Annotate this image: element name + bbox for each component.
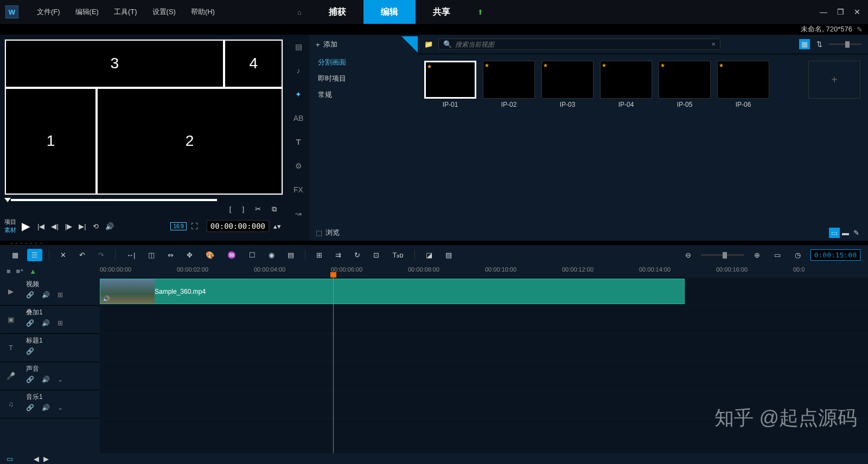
tracks-menu-icon[interactable]: ≡ <box>7 267 11 275</box>
menu-file[interactable]: 文件(F) <box>29 7 68 17</box>
thumb-ip-06[interactable]: ★ IP-06 <box>717 61 769 108</box>
thumb-ip-02[interactable]: ★ IP-02 <box>483 61 535 108</box>
video-clip[interactable]: 🔊 Sample_360.mp4 <box>100 279 685 304</box>
menu-tools[interactable]: 工具(T) <box>106 7 145 17</box>
sidetab-path-icon[interactable]: ↝ <box>291 206 306 221</box>
folder-icon[interactable]: 📁 <box>424 40 433 48</box>
tab-share[interactable]: 共享 <box>416 0 468 24</box>
grid-toggle-icon[interactable]: ⊞ <box>58 319 63 327</box>
timeline-view-icon[interactable]: ☰ <box>27 249 42 261</box>
sidetab-gear-icon[interactable]: ⚙ <box>291 158 306 173</box>
speaker-icon[interactable]: 🔊 <box>42 404 50 411</box>
thumb-ip-03[interactable]: ★ IP-03 <box>541 61 593 108</box>
play-button[interactable]: ▶ <box>18 220 33 233</box>
panel-resizer[interactable]: • • • • • • • <box>0 241 868 245</box>
footer-edit-icon[interactable]: ✎ <box>851 228 861 238</box>
thumb-zoom-slider[interactable] <box>829 43 861 45</box>
link-icon[interactable]: 🔗 <box>26 319 34 327</box>
go-start-icon[interactable]: |◀ <box>35 221 47 231</box>
audio-wave-icon[interactable]: ♒ <box>223 249 240 261</box>
capture-icon[interactable]: ☐ <box>245 249 260 261</box>
clear-search-icon[interactable]: × <box>711 40 716 48</box>
crop-icon[interactable]: ◫ <box>144 249 159 261</box>
settings-icon[interactable]: ✕ <box>56 249 71 261</box>
maximize-button[interactable]: ❐ <box>835 8 846 16</box>
footer-collapse-icon[interactable]: ▭ <box>7 455 13 463</box>
chevron-down-icon[interactable]: ⌄ <box>58 404 63 411</box>
track-music[interactable]: ♫ 音乐1 🔗🔊⌄ <box>0 390 100 418</box>
menu-help[interactable]: 帮助(H) <box>183 7 222 17</box>
preview-mode-material[interactable]: 素材 <box>4 226 16 234</box>
category-instant-project[interactable]: 即时项目 <box>309 70 418 87</box>
effect-b-icon[interactable]: ▨ <box>441 249 456 261</box>
color-picker-icon[interactable]: 🎨 <box>201 249 219 261</box>
thumb-ip-04[interactable]: ★ IP-04 <box>600 61 652 108</box>
mark-out-icon[interactable]: ] <box>240 204 246 215</box>
loop-icon[interactable]: ⟲ <box>91 221 101 231</box>
rotate-icon[interactable]: ↻ <box>350 249 365 261</box>
sidetab-fx-icon[interactable]: FX <box>291 182 306 197</box>
search-input[interactable] <box>455 41 711 48</box>
scroll-right-icon[interactable]: ▶ <box>43 455 49 463</box>
move-icon[interactable]: ✥ <box>182 249 197 261</box>
snapshot-icon[interactable]: ⧉ <box>270 204 279 215</box>
sidetab-text-ab-icon[interactable]: AB <box>291 111 306 126</box>
redo-icon[interactable]: ↷ <box>94 249 108 261</box>
minimize-button[interactable]: — <box>818 8 829 16</box>
view-grid-icon[interactable]: ▦ <box>799 39 810 49</box>
volume-icon[interactable]: 🔊 <box>103 221 116 231</box>
tab-edit[interactable]: 编辑 <box>363 0 416 24</box>
title-icon[interactable]: ▤ <box>283 249 298 261</box>
text-3d-icon[interactable]: T₃ᴅ <box>388 249 408 261</box>
home-button[interactable]: ⌂ <box>288 0 311 24</box>
timeline-timecode[interactable]: 0:00:15:00 <box>810 249 860 261</box>
link-icon[interactable]: 🔗 <box>26 376 34 383</box>
preview-screen[interactable]: 3 4 1 2 <box>4 39 283 195</box>
add-thumb-button[interactable]: + <box>808 61 860 99</box>
tracks-add-icon[interactable]: ≡⁺ <box>16 267 24 275</box>
grid-icon[interactable]: ⊞ <box>312 249 327 261</box>
sidetab-media-icon[interactable]: ▤ <box>291 39 306 54</box>
playhead[interactable] <box>333 278 334 453</box>
speaker-icon[interactable]: 🔊 <box>42 319 50 327</box>
track-title[interactable]: T 标题1 🔗 <box>0 334 100 362</box>
target-icon[interactable]: ⊡ <box>369 249 384 261</box>
link-icon[interactable]: 🔗 <box>26 347 34 355</box>
sidetab-title-t-icon[interactable]: T <box>291 134 306 150</box>
menu-settings[interactable]: 设置(S) <box>145 7 183 17</box>
clock-icon[interactable]: ◷ <box>790 249 805 261</box>
track-video[interactable]: ▶ 视频 🔗🔊⊞ <box>0 278 100 306</box>
add-button[interactable]: + 添加 <box>309 40 344 49</box>
pin-corner-icon[interactable] <box>401 36 418 53</box>
sidetab-templates-icon[interactable]: ✦ <box>291 87 306 102</box>
undo-icon[interactable]: ↶ <box>75 249 90 261</box>
close-button[interactable]: ✕ <box>852 8 863 16</box>
motion-icon[interactable]: ⇉ <box>331 249 346 261</box>
trim-icon[interactable]: ↔| <box>122 249 139 261</box>
browse-button[interactable]: ⬚ 浏览 <box>316 228 340 237</box>
sidetab-audio-icon[interactable]: ♪ <box>291 63 306 78</box>
zoom-in-icon[interactable]: ⊕ <box>750 249 764 261</box>
prev-frame-icon[interactable]: ◀| <box>49 221 60 231</box>
category-split-screen[interactable]: 分割画面 <box>309 54 418 70</box>
track-area[interactable]: 🔊 Sample_360.mp4 <box>100 278 868 453</box>
menu-edit[interactable]: 编辑(E) <box>68 7 106 17</box>
link-icon[interactable]: 🔗 <box>26 404 34 411</box>
thumb-ip-05[interactable]: ★ IP-05 <box>659 61 711 108</box>
next-frame-icon[interactable]: |▶ <box>63 221 74 231</box>
track-audio[interactable]: 🎤 声音 🔗🔊⌄ <box>0 362 100 390</box>
footer-view-a-icon[interactable]: ▭ <box>829 228 840 238</box>
grid-toggle-icon[interactable]: ⊞ <box>58 291 63 299</box>
resize-icon[interactable]: ⇔ <box>163 249 178 261</box>
expand-icon[interactable]: ⛶ <box>189 221 200 231</box>
speaker-icon[interactable]: 🔊 <box>42 376 50 383</box>
aspect-ratio[interactable]: 16:9 <box>170 222 186 230</box>
tab-capture[interactable]: 捕获 <box>311 0 363 24</box>
chevron-down-icon[interactable]: ⌄ <box>58 376 63 383</box>
tracks-expand-icon[interactable]: ▲ <box>29 267 36 275</box>
zoom-out-icon[interactable]: ⊖ <box>681 249 695 261</box>
timeline-zoom-slider[interactable] <box>701 254 744 256</box>
effect-a-icon[interactable]: ◪ <box>422 249 437 261</box>
sort-icon[interactable]: ⇅ <box>814 39 825 49</box>
preview-timecode[interactable]: 00:00:00:000 <box>207 220 269 232</box>
